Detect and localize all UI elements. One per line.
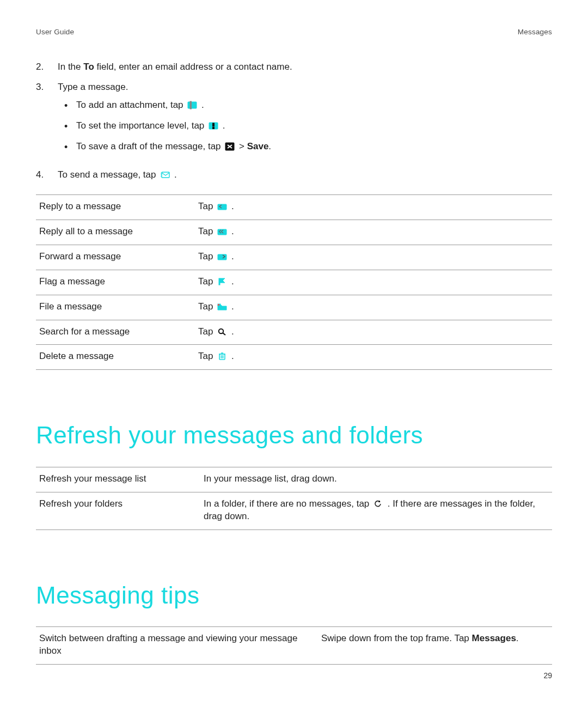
header-right: Messages bbox=[518, 27, 552, 37]
refresh-circle-icon bbox=[373, 500, 383, 508]
svg-rect-0 bbox=[188, 102, 197, 108]
delete-trash-icon bbox=[217, 352, 227, 360]
tips-table: Switch between drafting a message and vi… bbox=[36, 626, 552, 665]
action-desc: Tap . bbox=[195, 320, 552, 345]
search-icon bbox=[217, 328, 227, 336]
section-heading-tips: Messaging tips bbox=[36, 579, 552, 611]
action-name: Flag a message bbox=[36, 270, 195, 295]
refresh-table: Refresh your message list In your messag… bbox=[36, 467, 552, 530]
table-row: Switch between drafting a message and vi… bbox=[36, 627, 552, 665]
svg-rect-12 bbox=[218, 304, 219, 306]
step-number: 3. bbox=[36, 81, 58, 94]
action-name: File a message bbox=[36, 295, 195, 320]
file-folder-icon bbox=[217, 303, 227, 311]
table-row: Refresh your message list In your messag… bbox=[36, 467, 552, 492]
action-desc: Tap . bbox=[195, 220, 552, 245]
action-desc: In your message list, drag down. bbox=[200, 467, 552, 492]
bullet-item: To set the importance level, tap . bbox=[63, 120, 552, 132]
step-item: 3. Type a message. To add an attachment,… bbox=[36, 81, 552, 161]
table-row: Refresh your folders In a folder, if the… bbox=[36, 492, 552, 530]
send-envelope-icon bbox=[160, 171, 170, 179]
table-row: File a message Tap . bbox=[36, 295, 552, 320]
table-row: Search for a message Tap . bbox=[36, 320, 552, 345]
forward-icon bbox=[217, 253, 227, 260]
reply-icon bbox=[217, 203, 227, 210]
table-row: Reply all to a message Tap . bbox=[36, 220, 552, 245]
step-item: 2. In the To field, enter an email addre… bbox=[36, 61, 552, 74]
actions-table: Reply to a message Tap . Reply all to a … bbox=[36, 194, 552, 370]
table-row: Forward a message Tap . bbox=[36, 245, 552, 270]
action-desc: Tap . bbox=[195, 345, 552, 370]
attachment-icon bbox=[187, 101, 197, 109]
table-row: Reply to a message Tap . bbox=[36, 194, 552, 220]
step-text: In the To field, enter an email address … bbox=[58, 61, 552, 74]
action-desc: In a folder, if there are no messages, t… bbox=[200, 492, 552, 530]
action-name: Refresh your folders bbox=[36, 492, 200, 530]
action-name: Reply all to a message bbox=[36, 220, 195, 245]
header-row: User Guide Messages bbox=[36, 27, 552, 37]
svg-point-13 bbox=[219, 328, 223, 333]
bullet-list: To add an attachment, tap . To set the i… bbox=[58, 99, 552, 153]
svg-rect-1 bbox=[190, 101, 192, 109]
svg-rect-9 bbox=[218, 254, 226, 260]
svg-rect-7 bbox=[218, 204, 226, 210]
action-name: Reply to a message bbox=[36, 194, 195, 220]
header-left: User Guide bbox=[36, 27, 74, 37]
action-name: Refresh your message list bbox=[36, 467, 200, 492]
document-page: User Guide Messages 2. In the To field, … bbox=[0, 0, 588, 706]
svg-rect-6 bbox=[162, 172, 169, 178]
reply-all-icon bbox=[217, 228, 227, 235]
section-heading-refresh: Refresh your messages and folders bbox=[36, 419, 552, 451]
action-desc: Tap . bbox=[195, 194, 552, 220]
table-row: Delete a message Tap . bbox=[36, 345, 552, 370]
step-item: 4. To send a message, tap . bbox=[36, 169, 552, 181]
action-name: Search for a message bbox=[36, 320, 195, 345]
importance-icon bbox=[209, 121, 218, 130]
steps-list: 2. In the To field, enter an email addre… bbox=[36, 61, 552, 181]
action-desc: Tap . bbox=[195, 270, 552, 295]
close-x-icon bbox=[225, 142, 235, 151]
svg-rect-4 bbox=[213, 127, 215, 129]
bullet-item: To save a draft of the message, tap > Sa… bbox=[63, 141, 552, 153]
flag-icon bbox=[217, 278, 227, 285]
tip-desc: Swipe down from the top frame. Tap Messa… bbox=[318, 627, 552, 665]
tip-name: Switch between drafting a message and vi… bbox=[36, 627, 318, 665]
action-name: Delete a message bbox=[36, 345, 195, 370]
table-row: Flag a message Tap . bbox=[36, 270, 552, 295]
page-number: 29 bbox=[543, 671, 552, 681]
action-desc: Tap . bbox=[195, 295, 552, 320]
action-desc: Tap . bbox=[195, 245, 552, 270]
step-number: 4. bbox=[36, 169, 58, 181]
svg-rect-3 bbox=[213, 123, 215, 126]
step-number: 2. bbox=[36, 61, 58, 74]
bullet-item: To add an attachment, tap . bbox=[63, 99, 552, 112]
step-text: To send a message, tap . bbox=[58, 169, 552, 181]
action-name: Forward a message bbox=[36, 245, 195, 270]
step-text: Type a message. To add an attachment, ta… bbox=[58, 81, 552, 161]
